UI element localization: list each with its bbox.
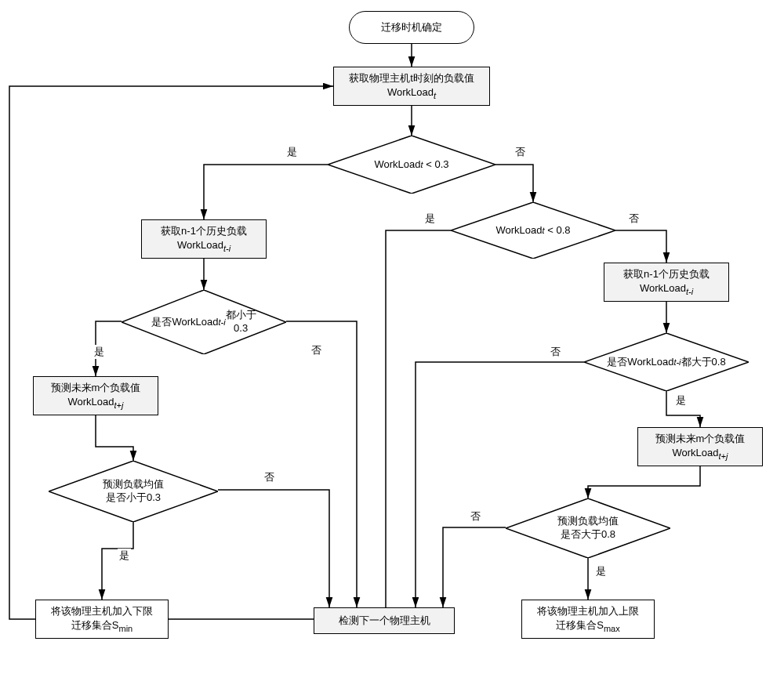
process-label: 预测未来m个负载值WorkLoadt+j	[655, 432, 746, 462]
edge-label-yes: 是	[423, 212, 437, 226]
process-predict-left: 预测未来m个负载值WorkLoadt+j	[33, 376, 158, 415]
edge-label-no: 否	[263, 470, 276, 484]
process-label: 获取物理主机t时刻的负载值WorkLoadt	[349, 71, 474, 101]
process-get-workload: 获取物理主机t时刻的负载值WorkLoadt	[333, 67, 490, 106]
process-add-smax: 将该物理主机加入上限迁移集合Smax	[521, 600, 655, 639]
process-check-next: 检测下一个物理主机	[314, 607, 455, 634]
edge-label-no: 否	[549, 345, 562, 359]
edge-label-yes: 是	[118, 549, 131, 563]
decision-text: WorkLoadt < 0.8	[451, 202, 615, 259]
decision-text: 预测负载均值是否小于0.3	[49, 461, 218, 522]
terminator-label: 迁移时机确定	[381, 20, 442, 34]
decision-text: 是否WorkLoadt-i都小于0.3	[122, 290, 286, 354]
decision-pred-gt-08: 预测负载均值是否大于0.8	[506, 498, 670, 558]
process-label: 获取n-1个历史负载WorkLoadt-i	[161, 224, 247, 254]
process-label: 将该物理主机加入上限迁移集合Smax	[537, 604, 639, 634]
decision-text: 是否WorkLoadt-i都大于0.8	[584, 333, 749, 391]
edge-label-yes: 是	[674, 393, 688, 408]
edge-label-no: 否	[310, 343, 323, 357]
edge-label-yes: 是	[285, 145, 299, 159]
decision-hist-gt-08: 是否WorkLoadt-i都大于0.8	[584, 333, 749, 391]
process-hist-right: 获取n-1个历史负载WorkLoadt-i	[604, 263, 729, 302]
edge-label-no: 否	[627, 212, 641, 226]
decision-hist-lt-03: 是否WorkLoadt-i都小于0.3	[122, 290, 286, 354]
edge-label-yes: 是	[93, 345, 106, 359]
terminator-start: 迁移时机确定	[349, 11, 474, 44]
decision-text: 预测负载均值是否大于0.8	[506, 498, 670, 558]
process-add-smin: 将该物理主机加入下限迁移集合Smin	[35, 600, 169, 639]
process-label: 将该物理主机加入下限迁移集合Smin	[51, 604, 153, 634]
edge-label-no: 否	[514, 145, 527, 159]
process-label: 预测未来m个负载值WorkLoadt+j	[51, 381, 141, 411]
edge-label-no: 否	[469, 509, 482, 524]
decision-wl-lt-08: WorkLoadt < 0.8	[451, 202, 615, 259]
decision-text: WorkLoadt < 0.3	[328, 136, 495, 194]
process-label: 检测下一个物理主机	[339, 614, 430, 628]
process-hist-left: 获取n-1个历史负载WorkLoadt-i	[141, 219, 267, 259]
process-label: 获取n-1个历史负载WorkLoadt-i	[623, 267, 710, 297]
decision-wl-lt-03: WorkLoadt < 0.3	[328, 136, 495, 194]
process-predict-right: 预测未来m个负载值WorkLoadt+j	[637, 427, 763, 466]
edge-label-yes: 是	[594, 564, 608, 578]
decision-pred-lt-03: 预测负载均值是否小于0.3	[49, 461, 218, 522]
